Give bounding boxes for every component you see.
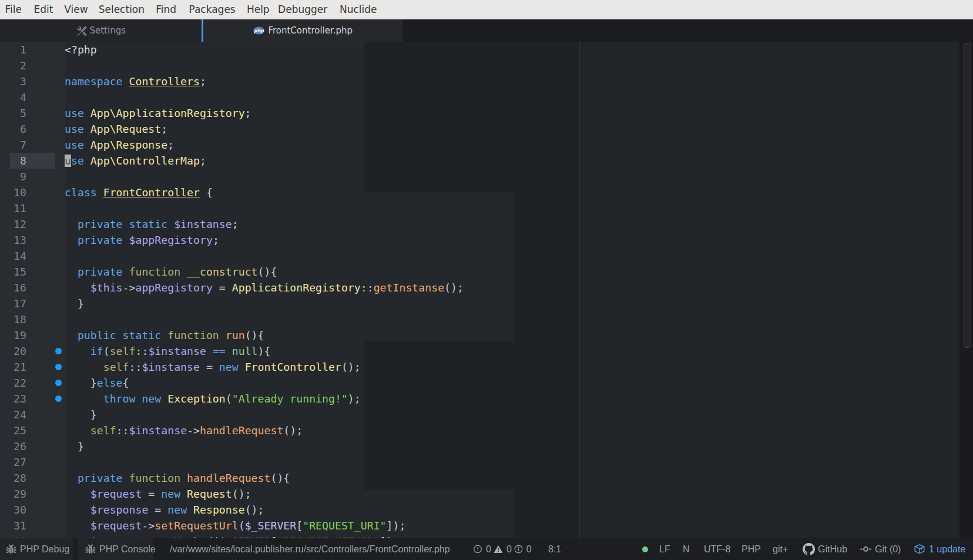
grammar-indicator[interactable]: PHP xyxy=(742,538,761,560)
code-token: Request xyxy=(187,488,232,500)
line-number[interactable]: 10 xyxy=(0,185,54,200)
code-line: throw new Exception("Already running!"); xyxy=(65,391,361,407)
editor[interactable]: 1234567891011121314151617181920212223242… xyxy=(0,42,973,538)
code-token: $appRegistory xyxy=(129,234,213,246)
line-number[interactable]: 24 xyxy=(0,407,54,422)
menu-packages[interactable]: Packages xyxy=(189,0,235,19)
code-token: throw xyxy=(103,393,136,405)
code-token: = xyxy=(213,281,232,294)
code-token xyxy=(180,472,187,484)
line-number[interactable]: 19 xyxy=(0,327,54,343)
line-number[interactable]: 18 xyxy=(0,311,54,327)
code-token: { xyxy=(200,186,213,199)
line-number[interactable]: 13 xyxy=(0,232,54,248)
menu-help[interactable]: Help xyxy=(247,0,270,19)
tab-frontcontroller[interactable]: php FrontController.php xyxy=(203,19,402,42)
code-token: (); xyxy=(341,361,361,373)
breakpoint-dot[interactable] xyxy=(55,348,62,354)
code-line: use App\ControllerMap; xyxy=(65,153,206,169)
code-token: :: xyxy=(135,345,148,357)
code-token: ; xyxy=(167,139,174,151)
menu-selection[interactable]: Selection xyxy=(99,0,145,19)
menu-edit[interactable]: Edit xyxy=(33,0,53,19)
line-number[interactable]: 3 xyxy=(0,73,54,89)
code-token: ( xyxy=(239,519,245,532)
line-number[interactable]: 16 xyxy=(0,280,54,296)
menu-view[interactable]: View xyxy=(64,0,88,19)
menu-file[interactable]: File xyxy=(5,0,22,19)
git-commit-icon xyxy=(860,538,871,560)
code-token: ( xyxy=(226,393,232,405)
code-token xyxy=(84,139,90,151)
package-icon xyxy=(914,538,925,560)
line-number[interactable]: 5 xyxy=(0,105,54,121)
code-token xyxy=(65,218,78,230)
line-number[interactable]: 6 xyxy=(0,121,54,137)
line-number[interactable]: 8 xyxy=(0,153,54,169)
code-area[interactable]: <?phpnamespace Controllers;use App\Appli… xyxy=(65,42,973,538)
tab-settings-label: Settings xyxy=(89,25,126,36)
breakpoint-dot[interactable] xyxy=(55,364,62,370)
scrollbar-thumb[interactable] xyxy=(964,43,971,348)
line-number[interactable]: 32 xyxy=(0,534,54,538)
code-line: <?php xyxy=(65,42,97,58)
line-number[interactable]: 1 xyxy=(0,42,54,58)
tab-settings[interactable]: Settings xyxy=(0,19,202,42)
line-number[interactable]: 14 xyxy=(0,248,54,264)
menu-debugger[interactable]: Debugger xyxy=(278,0,327,19)
encoding-indicator[interactable]: UTF-8 xyxy=(704,538,730,560)
code-token xyxy=(206,345,213,357)
line-number[interactable]: 31 xyxy=(0,518,54,534)
git-status-dot xyxy=(642,546,648,552)
code-line: private static $instanse; xyxy=(65,216,239,232)
github-indicator[interactable]: GitHub xyxy=(818,538,847,560)
line-number[interactable]: 20 xyxy=(0,343,54,359)
code-token xyxy=(84,123,90,135)
gutter[interactable]: 1234567891011121314151617181920212223242… xyxy=(0,42,65,538)
line-number[interactable]: 23 xyxy=(0,391,54,407)
menu-nuclide[interactable]: Nuclide xyxy=(340,0,377,19)
updates-indicator[interactable]: 1 update xyxy=(929,538,965,560)
code-token: -> xyxy=(187,424,200,437)
breakpoint-dot[interactable] xyxy=(55,380,62,386)
menu-find[interactable]: Find xyxy=(156,0,176,19)
text-cursor: u xyxy=(65,155,71,167)
line-number[interactable]: 12 xyxy=(0,216,54,232)
line-number[interactable]: 9 xyxy=(0,169,54,185)
line-number[interactable]: 29 xyxy=(0,486,54,502)
git-indicator[interactable]: Git (0) xyxy=(875,538,901,560)
newline-indicator[interactable]: N xyxy=(683,538,690,560)
code-token: App\ControllerMap xyxy=(90,155,200,167)
line-number[interactable]: 2 xyxy=(0,58,54,73)
code-token: private xyxy=(78,218,123,230)
code-token: (){ xyxy=(258,266,277,278)
line-number[interactable]: 27 xyxy=(0,454,54,470)
code-token xyxy=(65,266,78,278)
line-number[interactable]: 25 xyxy=(0,422,54,438)
status-right: LF N UTF-8 PHP git+ GitHub Git (0) xyxy=(0,538,973,560)
line-number[interactable]: 17 xyxy=(0,296,54,311)
code-token: ; xyxy=(245,107,251,119)
code-line: } xyxy=(65,438,84,454)
line-number[interactable]: 11 xyxy=(0,200,54,216)
line-number[interactable]: 28 xyxy=(0,470,54,486)
line-number[interactable]: 7 xyxy=(0,137,54,153)
line-number[interactable]: 30 xyxy=(0,502,54,518)
line-number[interactable]: 21 xyxy=(0,359,54,375)
line-number[interactable]: 26 xyxy=(0,438,54,454)
code-token: class xyxy=(65,186,97,199)
git-plus-indicator[interactable]: git+ xyxy=(773,538,788,560)
breakpoint-dot[interactable] xyxy=(55,395,62,402)
code-token: { xyxy=(123,377,129,389)
line-number[interactable]: 22 xyxy=(0,375,54,391)
code-token: static xyxy=(129,218,168,230)
line-number[interactable]: 4 xyxy=(0,89,54,105)
code-token: App\ApplicationRegistory xyxy=(90,107,245,119)
code-token: ); xyxy=(348,393,361,405)
line-number[interactable]: 15 xyxy=(0,264,54,280)
line-ending-indicator[interactable]: LF xyxy=(659,538,670,560)
code-token: (); xyxy=(232,488,251,500)
code-line: use App\Request; xyxy=(65,121,167,137)
code-token: $instanse xyxy=(129,424,187,437)
code-token: (); xyxy=(444,281,464,294)
